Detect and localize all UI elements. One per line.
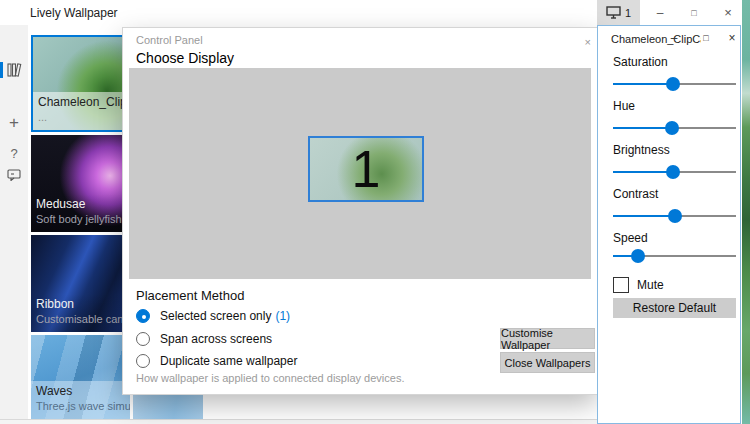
sidebar-item-feedback[interactable] [0, 163, 28, 187]
tile-title: Ribbon [36, 297, 125, 312]
sidebar-item-library[interactable] [0, 58, 28, 82]
partially-hidden-tile [133, 394, 203, 419]
speed-slider-thumb[interactable] [631, 249, 645, 263]
customise-wallpaper-button[interactable]: Customise Wallpaper [500, 328, 595, 349]
lively-wallpaper-app: Lively Wallpaper 1 – □ × [0, 0, 750, 424]
radio-selected-screen-only[interactable]: Selected screen only (1) [136, 308, 290, 324]
feedback-bubble-icon [7, 169, 21, 181]
contrast-slider[interactable] [613, 209, 736, 223]
radio-span-across-screens[interactable]: Span across screens [136, 331, 272, 347]
mute-checkbox[interactable] [613, 277, 629, 293]
tile-label-overlay: Waves Three.js wave simulation. [31, 381, 130, 419]
close-button[interactable]: × [713, 0, 743, 25]
sidebar-item-help[interactable]: ? [0, 141, 28, 165]
radio-button [136, 332, 150, 346]
wallpaper-tile-medusae[interactable]: Medusae Soft body jellyfish simulat [31, 135, 130, 232]
radio-label: Selected screen only [160, 309, 271, 323]
slider-fill [613, 83, 673, 85]
restore-default-button[interactable]: Restore Default [613, 298, 736, 318]
saturation-label: Saturation [613, 55, 668, 69]
tile-title: Medusae [36, 197, 125, 212]
tile-label-overlay: Ribbon Customisable canvas ribb [31, 294, 130, 332]
panel-minimize-button[interactable]: – [662, 26, 686, 50]
contrast-slider-thumb[interactable] [668, 209, 682, 223]
tile-label-overlay: Chameleon_ClipCanvas ... [33, 92, 128, 130]
sidebar-item-add-wallpaper[interactable]: + [0, 111, 28, 135]
saturation-slider-thumb[interactable] [666, 77, 680, 91]
monitor-icon [606, 6, 621, 19]
hue-slider[interactable] [613, 121, 736, 135]
brightness-slider[interactable] [613, 165, 736, 179]
plus-icon: + [9, 113, 19, 133]
slider-fill [613, 171, 673, 173]
slider-fill [613, 127, 672, 129]
main-titlebar: Lively Wallpaper 1 – □ × [0, 0, 742, 25]
slider-fill [613, 215, 675, 217]
wallpaper-tile-waves[interactable]: Waves Three.js wave simulation. [31, 335, 130, 419]
customise-panel-title: Chameleon_ClipCa [611, 33, 701, 45]
hue-label: Hue [613, 99, 635, 113]
mute-option: Mute [613, 276, 664, 293]
tile-title: Waves [36, 384, 125, 399]
speed-label: Speed [613, 231, 648, 245]
tile-label-overlay: Medusae Soft body jellyfish simulat [31, 194, 130, 232]
radio-label: Duplicate same wallpaper [160, 354, 297, 368]
tile-subtitle: Three.js wave simulation. [36, 399, 125, 413]
radio-duplicate-same-wallpaper[interactable]: Duplicate same wallpaper [136, 353, 297, 369]
tile-subtitle: ... [38, 110, 123, 124]
display-number: 1 [352, 143, 381, 195]
minimize-button[interactable]: – [645, 0, 675, 25]
question-mark-icon: ? [10, 146, 17, 161]
monitor-tab-label: 1 [625, 7, 631, 19]
maximize-button[interactable]: □ [679, 0, 709, 25]
speed-slider[interactable] [613, 249, 736, 263]
wallpaper-tile-chameleon[interactable]: Chameleon_ClipCanvas ... [31, 35, 130, 132]
placement-method-heading: Placement Method [136, 288, 244, 303]
hue-slider-thumb[interactable] [665, 121, 679, 135]
app-title: Lively Wallpaper [30, 6, 118, 20]
choose-display-heading: Choose Display [136, 50, 234, 66]
display-1-preview[interactable]: 1 [308, 136, 424, 202]
selected-accent-bar [0, 62, 3, 78]
dialog-close-icon[interactable]: × [585, 36, 591, 48]
saturation-slider[interactable] [613, 77, 736, 91]
tile-title: Chameleon_ClipCanvas [38, 95, 123, 110]
sidebar: + ? ⚙ [0, 25, 28, 424]
placement-help-text: How wallpaper is applied to connected di… [136, 372, 404, 384]
panel-maximize-button[interactable]: □ [694, 26, 718, 50]
wallpaper-tile-ribbon[interactable]: Ribbon Customisable canvas ribb [31, 235, 130, 332]
tile-subtitle: Customisable canvas ribb [36, 312, 125, 326]
display-chooser-area: 1 [129, 68, 591, 279]
brightness-slider-thumb[interactable] [666, 165, 680, 179]
contrast-label: Contrast [613, 187, 658, 201]
radio-button-checked [136, 309, 150, 323]
control-panel-dialog: Control Panel × Choose Display 1 Placeme… [123, 28, 597, 394]
customise-panel-window: Chameleon_ClipCa – □ × Saturation Hue Br… [597, 25, 741, 424]
close-wallpapers-button[interactable]: Close Wallpapers [500, 352, 595, 373]
window-bottom-edge [0, 419, 597, 424]
screen-number-badge: (1) [275, 309, 290, 323]
dialog-title: Control Panel [136, 34, 203, 46]
radio-button [136, 354, 150, 368]
library-icon [7, 63, 22, 77]
radio-label: Span across screens [160, 332, 272, 346]
mute-label: Mute [637, 278, 664, 292]
monitor-tab-1[interactable]: 1 [597, 0, 640, 25]
tile-subtitle: Soft body jellyfish simulat [36, 212, 125, 226]
brightness-label: Brightness [613, 143, 670, 157]
panel-close-button[interactable]: × [720, 26, 744, 50]
